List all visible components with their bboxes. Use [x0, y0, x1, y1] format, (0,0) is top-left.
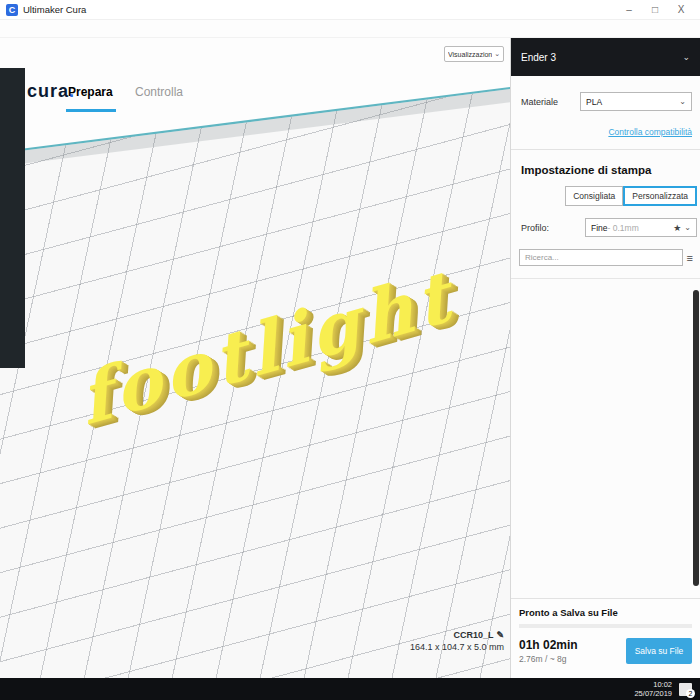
printer-name: Ender 3 — [521, 52, 682, 63]
model-footlight[interactable]: footlight — [43, 244, 490, 450]
setting-list — [511, 279, 700, 285]
stage-header: cura. Prepara Controlla — [0, 76, 510, 112]
tab-prepara[interactable]: Prepara — [68, 85, 113, 99]
window-title: Ultimaker Cura — [23, 4, 616, 15]
material-label: Materiale — [521, 97, 580, 107]
tab-personalizzata[interactable]: Personalizzata — [623, 186, 697, 206]
progress-bar — [519, 624, 692, 628]
clock-date: 25/07/2019 — [634, 689, 672, 698]
model-info: CCR10_L✎ 164.1 x 104.7 x 5.0 mm — [410, 630, 504, 652]
profile-value: Fine — [591, 223, 608, 233]
tab-controlla[interactable]: Controlla — [135, 85, 183, 99]
chevron-down-icon: ⌄ — [494, 50, 500, 58]
close-button[interactable]: X — [668, 1, 694, 19]
tab-consigliata[interactable]: Consigliata — [565, 186, 623, 206]
compatibility-link[interactable]: Controlla compatibilità — [511, 117, 700, 149]
taskbar-clock[interactable]: 10:02 25/07/2019 — [634, 680, 672, 698]
chevron-down-icon: ⌄ — [679, 97, 686, 106]
left-toolbar — [0, 68, 25, 368]
rename-pencil-icon[interactable]: ✎ — [496, 630, 504, 640]
print-time: 01h 02min — [519, 638, 626, 652]
ultimaker-cura-window: C Ultimaker Cura – □ X footlight cura. P… — [0, 0, 700, 700]
output-panel: Pronto a Salva su File 01h 02min 2.76m /… — [511, 598, 700, 678]
profile-label: Profilo: — [521, 223, 585, 233]
search-row: Ricerca... ≡ — [511, 247, 700, 278]
viewport-3d[interactable]: footlight cura. Prepara Controlla Visual… — [0, 38, 510, 678]
profile-layer-height: - 0.1mm — [608, 223, 674, 233]
profile-dropdown[interactable]: Fine - 0.1mm ★ ⌄ — [585, 218, 697, 237]
active-tab-underline — [66, 109, 116, 112]
notification-center-icon[interactable]: 2 — [679, 683, 692, 696]
profile-row: Profilo: Fine - 0.1mm ★ ⌄ — [511, 216, 700, 247]
chevron-down-icon: ⌄ — [682, 52, 690, 62]
star-icon: ★ — [673, 223, 681, 233]
model-name: CCR10_L — [453, 630, 493, 640]
print-settings-title: Impostazione di stampa — [511, 150, 700, 186]
settings-panel: Ender 3 ⌄ Materiale PLA ⌄ Controlla comp… — [510, 38, 700, 678]
menu-bar — [0, 20, 700, 38]
view-mode-label: Visualizzazione c... — [448, 51, 492, 58]
status-text: Pronto a Salva su File — [519, 607, 692, 624]
material-dropdown[interactable]: PLA ⌄ — [580, 92, 692, 111]
cura-logo-text: cura — [27, 81, 69, 101]
notification-badge: 2 — [686, 689, 695, 698]
view-controls: Visualizzazione c... ⌄ — [444, 46, 504, 62]
settings-menu-icon[interactable]: ≡ — [683, 252, 697, 264]
title-bar: C Ultimaker Cura – □ X — [0, 0, 700, 20]
mode-tabs: Consigliata Personalizzata — [511, 186, 700, 216]
save-to-file-button[interactable]: Salva su File — [626, 638, 692, 664]
model-dimensions: 164.1 x 104.7 x 5.0 mm — [410, 642, 504, 652]
system-tray: 10:02 25/07/2019 2 — [634, 680, 696, 698]
scrollbar[interactable] — [693, 290, 699, 586]
material-row: Materiale PLA ⌄ — [511, 76, 700, 117]
maximize-button[interactable]: □ — [642, 1, 668, 19]
search-input[interactable]: Ricerca... — [519, 249, 683, 266]
model-name-row[interactable]: CCR10_L✎ — [410, 630, 504, 640]
view-mode-dropdown[interactable]: Visualizzazione c... ⌄ — [444, 46, 504, 62]
chevron-down-icon: ⌄ — [684, 223, 691, 232]
print-estimates: 01h 02min 2.76m / ~ 8g — [519, 638, 626, 664]
cura-app-icon: C — [6, 4, 18, 16]
output-row: 01h 02min 2.76m / ~ 8g Salva su File — [519, 638, 692, 664]
printer-selector[interactable]: Ender 3 ⌄ — [511, 38, 700, 76]
minimize-button[interactable]: – — [616, 1, 642, 19]
windows-taskbar: 10:02 25/07/2019 2 — [0, 678, 700, 700]
material-value: PLA — [586, 97, 679, 107]
material-usage: 2.76m / ~ 8g — [519, 654, 626, 664]
clock-time: 10:02 — [634, 680, 672, 689]
